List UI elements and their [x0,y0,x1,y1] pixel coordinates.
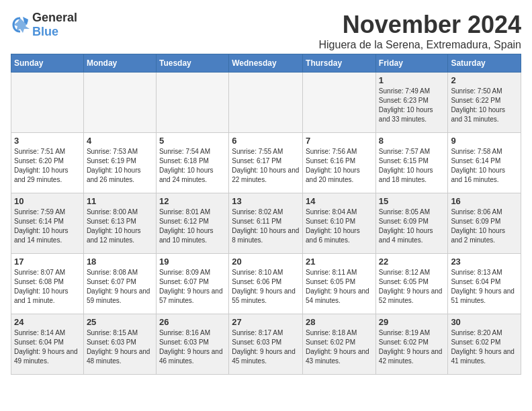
day-number: 12 [159,196,226,206]
calendar-week-row: 10Sunrise: 7:59 AM Sunset: 6:14 PM Dayli… [11,193,521,254]
table-row: 12Sunrise: 8:01 AM Sunset: 6:12 PM Dayli… [156,193,228,254]
table-row: 27Sunrise: 8:17 AM Sunset: 6:03 PM Dayli… [229,314,303,375]
calendar-week-row: 1Sunrise: 7:49 AM Sunset: 6:23 PM Daylig… [11,73,521,133]
day-info: Sunrise: 7:49 AM Sunset: 6:23 PM Dayligh… [379,87,445,124]
table-row: 2Sunrise: 7:50 AM Sunset: 6:22 PM Daylig… [448,73,521,133]
day-info: Sunrise: 7:57 AM Sunset: 6:15 PM Dayligh… [379,147,445,185]
day-info: Sunrise: 8:07 AM Sunset: 6:08 PM Dayligh… [14,268,81,306]
day-number: 22 [379,257,445,267]
day-number: 10 [14,196,81,206]
day-info: Sunrise: 8:06 AM Sunset: 6:09 PM Dayligh… [451,208,518,245]
header-sunday: Sunday [11,54,84,73]
day-info: Sunrise: 7:53 AM Sunset: 6:19 PM Dayligh… [87,147,153,185]
day-number: 15 [379,196,445,206]
day-number: 24 [14,317,81,327]
day-info: Sunrise: 8:05 AM Sunset: 6:09 PM Dayligh… [379,208,445,245]
table-row: 17Sunrise: 8:07 AM Sunset: 6:08 PM Dayli… [11,254,84,314]
day-info: Sunrise: 8:14 AM Sunset: 6:04 PM Dayligh… [14,328,81,366]
table-row: 25Sunrise: 8:15 AM Sunset: 6:03 PM Dayli… [83,314,156,375]
day-info: Sunrise: 8:12 AM Sunset: 6:05 PM Dayligh… [379,268,445,306]
table-row: 11Sunrise: 8:00 AM Sunset: 6:13 PM Dayli… [83,193,156,254]
header-saturday: Saturday [448,54,521,73]
table-row: 9Sunrise: 7:58 AM Sunset: 6:14 PM Daylig… [448,133,521,193]
day-number: 18 [87,257,153,267]
day-info: Sunrise: 7:54 AM Sunset: 6:18 PM Dayligh… [159,147,226,185]
table-row: 5Sunrise: 7:54 AM Sunset: 6:18 PM Daylig… [156,133,228,193]
table-row: 26Sunrise: 8:16 AM Sunset: 6:03 PM Dayli… [156,314,228,375]
day-info: Sunrise: 7:59 AM Sunset: 6:14 PM Dayligh… [14,208,81,245]
table-row: 19Sunrise: 8:09 AM Sunset: 6:07 PM Dayli… [156,254,228,314]
day-number: 27 [232,317,300,327]
header-thursday: Thursday [303,54,376,73]
header-tuesday: Tuesday [156,54,228,73]
day-number: 28 [306,317,373,327]
table-row: 14Sunrise: 8:04 AM Sunset: 6:10 PM Dayli… [303,193,376,254]
day-info: Sunrise: 8:19 AM Sunset: 6:02 PM Dayligh… [379,328,445,366]
table-row: 23Sunrise: 8:13 AM Sunset: 6:04 PM Dayli… [448,254,521,314]
calendar-week-row: 17Sunrise: 8:07 AM Sunset: 6:08 PM Dayli… [11,254,521,314]
table-row [303,73,376,133]
header-wednesday: Wednesday [229,54,303,73]
table-row: 13Sunrise: 8:02 AM Sunset: 6:11 PM Dayli… [229,193,303,254]
day-info: Sunrise: 8:17 AM Sunset: 6:03 PM Dayligh… [232,328,300,366]
day-info: Sunrise: 8:16 AM Sunset: 6:03 PM Dayligh… [159,328,226,366]
day-number: 30 [451,317,518,327]
day-info: Sunrise: 8:04 AM Sunset: 6:10 PM Dayligh… [306,208,373,245]
table-row [83,73,156,133]
logo-blue: Blue [32,25,58,38]
table-row: 20Sunrise: 8:10 AM Sunset: 6:06 PM Dayli… [229,254,303,314]
day-info: Sunrise: 8:15 AM Sunset: 6:03 PM Dayligh… [87,328,153,366]
header-friday: Friday [375,54,448,73]
day-number: 4 [87,136,153,146]
table-row: 1Sunrise: 7:49 AM Sunset: 6:23 PM Daylig… [375,73,448,133]
day-number: 25 [87,317,153,327]
table-row: 8Sunrise: 7:57 AM Sunset: 6:15 PM Daylig… [375,133,448,193]
title-area: November 2024 Higuera de la Serena, Extr… [318,11,521,51]
table-row: 29Sunrise: 8:19 AM Sunset: 6:02 PM Dayli… [375,314,448,375]
calendar-header-row: Sunday Monday Tuesday Wednesday Thursday… [11,54,521,73]
table-row [229,73,303,133]
day-info: Sunrise: 8:13 AM Sunset: 6:04 PM Dayligh… [451,268,518,306]
day-info: Sunrise: 8:11 AM Sunset: 6:05 PM Dayligh… [306,268,373,306]
calendar-week-row: 3Sunrise: 7:51 AM Sunset: 6:20 PM Daylig… [11,133,521,193]
table-row: 15Sunrise: 8:05 AM Sunset: 6:09 PM Dayli… [375,193,448,254]
day-number: 13 [232,196,300,206]
month-title: November 2024 [318,11,521,39]
day-number: 1 [379,75,445,85]
calendar-table: Sunday Monday Tuesday Wednesday Thursday… [11,54,521,375]
day-number: 17 [14,257,81,267]
day-number: 3 [14,136,81,146]
table-row: 10Sunrise: 7:59 AM Sunset: 6:14 PM Dayli… [11,193,84,254]
day-number: 9 [451,136,518,146]
table-row [11,73,84,133]
day-info: Sunrise: 8:10 AM Sunset: 6:06 PM Dayligh… [232,268,300,306]
day-info: Sunrise: 7:58 AM Sunset: 6:14 PM Dayligh… [451,147,518,185]
table-row: 28Sunrise: 8:18 AM Sunset: 6:02 PM Dayli… [303,314,376,375]
day-number: 26 [159,317,226,327]
table-row: 7Sunrise: 7:56 AM Sunset: 6:16 PM Daylig… [303,133,376,193]
day-number: 20 [232,257,300,267]
calendar-week-row: 24Sunrise: 8:14 AM Sunset: 6:04 PM Dayli… [11,314,521,375]
day-info: Sunrise: 8:08 AM Sunset: 6:07 PM Dayligh… [87,268,153,306]
day-number: 23 [451,257,518,267]
table-row: 16Sunrise: 8:06 AM Sunset: 6:09 PM Dayli… [448,193,521,254]
day-number: 6 [232,136,300,146]
day-number: 16 [451,196,518,206]
location-title: Higuera de la Serena, Extremadura, Spain [318,39,521,51]
day-info: Sunrise: 7:55 AM Sunset: 6:17 PM Dayligh… [232,147,300,185]
day-info: Sunrise: 8:18 AM Sunset: 6:02 PM Dayligh… [306,328,373,366]
table-row: 21Sunrise: 8:11 AM Sunset: 6:05 PM Dayli… [303,254,376,314]
day-number: 8 [379,136,445,146]
day-number: 14 [306,196,373,206]
table-row: 3Sunrise: 7:51 AM Sunset: 6:20 PM Daylig… [11,133,84,193]
day-number: 11 [87,196,153,206]
table-row: 4Sunrise: 7:53 AM Sunset: 6:19 PM Daylig… [83,133,156,193]
day-info: Sunrise: 7:50 AM Sunset: 6:22 PM Dayligh… [451,87,518,124]
day-info: Sunrise: 7:56 AM Sunset: 6:16 PM Dayligh… [306,147,373,185]
day-info: Sunrise: 7:51 AM Sunset: 6:20 PM Dayligh… [14,147,81,185]
table-row: 30Sunrise: 8:20 AM Sunset: 6:02 PM Dayli… [448,314,521,375]
page-header: General Blue November 2024 Higuera de la… [11,11,521,51]
day-info: Sunrise: 8:00 AM Sunset: 6:13 PM Dayligh… [87,208,153,245]
table-row: 6Sunrise: 7:55 AM Sunset: 6:17 PM Daylig… [229,133,303,193]
header-monday: Monday [83,54,156,73]
